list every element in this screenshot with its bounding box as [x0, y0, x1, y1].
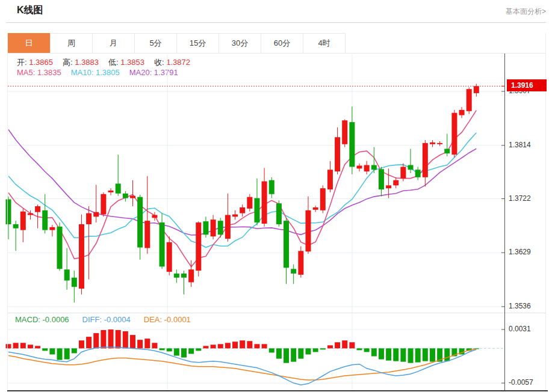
candle-body — [57, 227, 63, 269]
candle-body — [28, 213, 33, 215]
candle-body — [108, 191, 114, 192]
macd-hist-bar — [349, 342, 355, 348]
macd-hist-bar — [123, 331, 128, 348]
macd-separator — [7, 313, 545, 313]
price-axis-label: 1.3629 — [509, 248, 531, 256]
candle-body — [232, 215, 238, 217]
macd-hist-bar — [72, 348, 77, 353]
panel-left-border — [7, 33, 8, 391]
candlestick-chart-canvas[interactable] — [0, 0, 552, 392]
macd-hist-bar — [408, 348, 414, 363]
candle-body — [327, 170, 333, 189]
candle-body — [211, 219, 216, 236]
candle-body — [79, 224, 84, 289]
price-axis-label: 1.3814 — [509, 141, 531, 149]
macd-hist-bar — [137, 340, 143, 348]
candle-body — [437, 143, 442, 144]
kline-widget: K线图 基本面分析> 日周月5分15分30分60分4时 开: 1.3865高: … — [0, 0, 552, 392]
macd-hist-bar — [269, 348, 274, 352]
candle-body — [174, 274, 179, 278]
macd-hist-bar — [305, 348, 311, 354]
candle-body — [240, 207, 245, 213]
candle-body — [196, 222, 201, 271]
macd-hist-bar — [254, 344, 259, 348]
macd-hist-bar — [400, 348, 406, 361]
macd-readout: MACD: -0.0006DIFF: -0.0004DEA: -0.0001 — [15, 315, 204, 324]
candle-body — [42, 210, 48, 230]
candle-body — [49, 227, 55, 230]
macd-hist-bar — [430, 348, 435, 361]
candle-body — [181, 274, 187, 278]
candle-body — [430, 142, 435, 144]
macd-hist-bar — [181, 348, 187, 357]
macd-hist-bar — [28, 345, 33, 348]
macd-hist-bar — [93, 333, 99, 348]
candle-body — [349, 122, 355, 167]
macd-hist-bar — [247, 341, 252, 348]
candle-body — [218, 221, 223, 234]
macd-hist-bar — [152, 343, 157, 348]
candle-body — [72, 278, 77, 287]
macd-hist-bar — [211, 345, 216, 348]
candle-body — [467, 89, 472, 111]
macd-hist-bar — [188, 348, 194, 354]
candle-body — [474, 86, 479, 93]
macd-axis-label: -0.0057 — [509, 378, 533, 387]
diff-line — [8, 347, 476, 385]
candle-body — [101, 194, 106, 215]
candle-body — [116, 183, 121, 193]
candle-body — [130, 196, 135, 198]
macd-hist-bar — [240, 340, 245, 348]
macd-hist-bar — [130, 335, 135, 348]
macd-hist-bar — [49, 348, 55, 354]
readout-pair: DIFF: -0.0004 — [82, 315, 131, 324]
price-axis-label: 1.3536 — [509, 302, 531, 310]
macd-hist-bar — [444, 348, 450, 361]
candle-body — [188, 269, 194, 282]
candle-body — [20, 212, 26, 230]
macd-hist-bar — [144, 338, 150, 348]
macd-hist-bar — [225, 343, 231, 348]
macd-hist-bar — [371, 348, 377, 356]
candle-body — [408, 165, 414, 170]
candle-body — [393, 180, 398, 186]
candle-body — [137, 197, 143, 248]
candle-body — [93, 212, 99, 217]
candle-body — [298, 251, 303, 275]
candle-body — [386, 185, 391, 188]
candle-body — [371, 165, 377, 170]
macd-hist-bar — [35, 346, 40, 348]
candle-body — [379, 169, 384, 189]
candle-body — [225, 215, 231, 239]
macd-hist-bar — [86, 337, 91, 348]
macd-hist-bar — [79, 340, 84, 348]
macd-hist-bar — [423, 348, 428, 361]
price-axis-line — [504, 54, 505, 390]
candle-body — [284, 221, 289, 268]
candle-body — [167, 242, 172, 272]
candle-body — [364, 165, 370, 172]
ma5-line — [8, 111, 476, 267]
candle-body — [269, 180, 274, 194]
candle-body — [415, 170, 421, 177]
candle-body — [444, 149, 450, 154]
macd-hist-bar — [108, 329, 114, 348]
candle-body — [35, 206, 40, 212]
macd-hist-bar — [203, 346, 208, 348]
macd-hist-bar — [232, 341, 238, 348]
candle-body — [335, 137, 340, 171]
candle-body — [86, 213, 91, 224]
macd-hist-bar — [167, 348, 172, 351]
candle-body — [262, 182, 267, 224]
candle-body — [160, 222, 165, 266]
candle-body — [320, 188, 326, 210]
macd-hist-bar — [284, 348, 289, 363]
macd-hist-bar — [20, 343, 26, 348]
macd-axis-label: 0.0031 — [509, 325, 531, 333]
candle-body — [123, 194, 128, 198]
price-axis-label: 1.3722 — [509, 194, 531, 203]
macd-hist-bar — [13, 343, 19, 348]
macd-hist-bar — [6, 344, 11, 348]
macd-hist-bar — [342, 340, 347, 348]
macd-hist-bar — [262, 344, 267, 348]
